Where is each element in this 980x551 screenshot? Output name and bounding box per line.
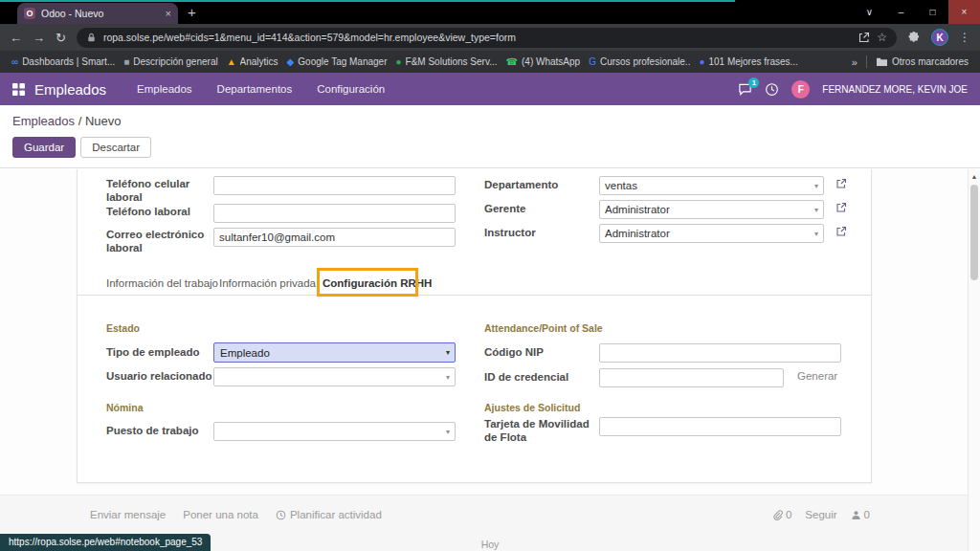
attachments-button[interactable]: 0 <box>772 509 791 520</box>
coach-value: Administrator <box>605 228 670 239</box>
job-position-field[interactable]: ▾ <box>213 422 456 441</box>
bookmarks-divider <box>866 55 867 68</box>
bookmark-item[interactable]: ▲ Analytics <box>227 56 278 67</box>
related-user-field[interactable]: ▾ <box>213 367 456 386</box>
maximize-button[interactable]: □ <box>917 0 948 24</box>
log-note-button[interactable]: Poner una nota <box>183 509 258 520</box>
bookmark-item[interactable]: ● F&M Solutions Serv... <box>396 56 498 67</box>
discard-button[interactable]: Descartar <box>80 137 151 158</box>
tab-close-icon[interactable]: × <box>166 8 171 19</box>
activities-clock-icon[interactable] <box>765 82 779 97</box>
bookmark-star-icon[interactable]: ☆ <box>877 31 887 44</box>
bookmark-label: Analytics <box>240 56 278 67</box>
badge-id-label: ID de credencial <box>484 370 568 384</box>
breadcrumb-separator: / <box>75 114 85 128</box>
manager-external-link-icon[interactable] <box>835 202 848 214</box>
new-tab-button[interactable]: + <box>188 3 196 22</box>
work-email-label: Correo electrónico laboral <box>106 228 212 254</box>
schedule-activity-button[interactable]: Planificar actividad <box>276 509 382 520</box>
forward-icon[interactable]: → <box>33 32 45 44</box>
apps-grid-icon[interactable] <box>12 83 25 96</box>
bookmark-item[interactable]: ◆ Google Tag Manager <box>287 56 388 67</box>
extensions-puzzle-icon[interactable] <box>907 31 921 44</box>
odoo-header: Empleados Empleados Departamentos Config… <box>0 73 980 105</box>
lock-icon[interactable] <box>86 33 97 43</box>
window-controls: ∨ – □ × <box>854 0 980 24</box>
schedule-activity-label: Planificar actividad <box>290 509 382 520</box>
coach-external-link-icon[interactable] <box>835 226 848 238</box>
odoo-favicon-icon: O <box>24 8 35 19</box>
employee-type-label: Tipo de empleado <box>106 345 200 359</box>
coach-field[interactable]: Administrator ▾ <box>599 224 824 243</box>
chatter-today-divider: Hoy <box>481 539 500 550</box>
work-phone-input[interactable] <box>213 204 456 223</box>
bookmark-item[interactable]: ∞ Dashboards | Smart... <box>11 56 115 67</box>
reload-icon[interactable]: ↻ <box>56 32 66 44</box>
manager-label: Gerente <box>484 202 525 215</box>
save-button[interactable]: Guardar <box>12 137 76 158</box>
back-icon[interactable]: ← <box>10 32 22 44</box>
work-phone-label: Teléfono laboral <box>106 205 210 218</box>
app-menubar: Empleados Departamentos Configuración <box>137 83 385 95</box>
manager-field[interactable]: Administrator ▾ <box>599 200 824 219</box>
pin-code-input[interactable] <box>599 343 841 363</box>
whatsapp-icon: ☎ <box>506 57 518 67</box>
follow-button[interactable]: Seguir <box>805 509 836 520</box>
work-email-input[interactable] <box>213 228 456 247</box>
breadcrumb-root-link[interactable]: Empleados <box>12 114 75 128</box>
nomina-section-title: Nómina <box>106 402 144 413</box>
employee-type-select[interactable]: Empleado ▾ <box>213 342 456 363</box>
bookmark-item[interactable]: ☎ (4) WhatsApp <box>506 56 581 67</box>
scrollbar-thumb[interactable] <box>970 185 978 280</box>
bookmarks-overflow-icon[interactable]: » <box>852 56 858 68</box>
scroll-up-icon[interactable]: ▲ <box>969 169 980 183</box>
tab-informacion-del-trabajo[interactable]: Información del trabajo <box>106 271 218 296</box>
bookmark-label: Cursos profesionale.. <box>600 56 691 67</box>
bookmark-label: F&M Solutions Serv... <box>406 56 498 67</box>
close-button[interactable]: × <box>948 0 980 24</box>
browser-titlebar: O Odoo - Nuevo × + ∨ – □ × <box>0 0 980 24</box>
browser-profile-avatar[interactable]: K <box>931 29 948 46</box>
messages-icon[interactable]: 1 <box>738 82 752 97</box>
user-name[interactable]: FERNANDEZ MORE, KEVIN JOE <box>822 84 968 95</box>
mobility-card-input[interactable] <box>599 417 841 436</box>
browser-tab[interactable]: O Odoo - Nuevo × <box>17 3 178 24</box>
share-icon[interactable] <box>858 32 870 43</box>
follower-count: 0 <box>864 509 870 520</box>
followers-button[interactable]: 0 <box>851 509 870 520</box>
menu-item-configuracion[interactable]: Configuración <box>317 83 385 95</box>
link-preview-statusbar: https://ropa.solse.pe/web#notebook_page_… <box>0 534 211 551</box>
bookmark-item[interactable]: ■ Descripción general <box>123 56 217 67</box>
app-title[interactable]: Empleados <box>34 81 106 98</box>
tab-search-icon[interactable]: ∨ <box>854 0 885 24</box>
department-external-link-icon[interactable] <box>835 178 848 190</box>
send-message-button[interactable]: Enviar mensaje <box>90 509 166 520</box>
url-bar[interactable]: ropa.solse.pe/web#cids=1&menu_id=414&act… <box>77 28 897 48</box>
menu-item-empleados[interactable]: Empleados <box>137 83 192 95</box>
work-mobile-input[interactable] <box>213 176 456 195</box>
vertical-scrollbar[interactable]: ▲ <box>968 169 980 551</box>
screen: O Odoo - Nuevo × + ∨ – □ × ← → ↻ ropa.so… <box>0 0 980 551</box>
minimize-button[interactable]: – <box>885 0 917 24</box>
form-action-buttons: Guardar Descartar <box>12 137 968 158</box>
control-panel: Empleados / Nuevo Guardar Descartar <box>0 105 980 168</box>
employee-type-value: Empleado <box>220 347 270 359</box>
browser-menu-icon[interactable]: ⋮ <box>959 31 970 44</box>
chatter-side: 0 Seguir 0 <box>772 509 870 520</box>
ajustes-section-title: Ajustes de Solicitud <box>484 402 580 413</box>
department-field[interactable]: ventas ▾ <box>599 176 824 195</box>
bookmark-item[interactable]: ● 101 Mejores frases... <box>699 56 797 67</box>
badge-id-input[interactable] <box>599 368 784 387</box>
other-bookmarks-button[interactable]: Otros marcadores <box>876 56 969 67</box>
tab-title: Odoo - Nuevo <box>41 8 160 19</box>
user-avatar[interactable]: F <box>791 80 810 99</box>
caret-down-icon: ▾ <box>814 182 818 190</box>
bookmark-item[interactable]: G Cursos profesionale.. <box>589 56 690 67</box>
menu-item-departamentos[interactable]: Departamentos <box>217 83 293 95</box>
tab-informacion-privada[interactable]: Información privada <box>219 271 316 296</box>
bookmark-favicon: ● <box>396 57 402 67</box>
theme-accent-stripe <box>0 0 735 2</box>
generate-badge-button[interactable]: Generar <box>797 370 837 382</box>
url-text[interactable]: ropa.solse.pe/web#cids=1&menu_id=414&act… <box>103 32 852 43</box>
bookmark-label: 101 Mejores frases... <box>708 56 797 67</box>
